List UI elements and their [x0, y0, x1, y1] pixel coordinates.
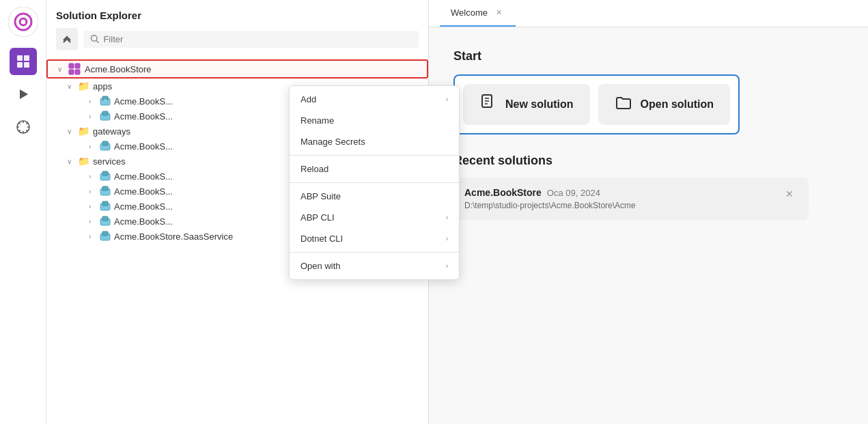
tab-bar: Welcome ✕	[429, 0, 868, 27]
filter-input[interactable]	[103, 34, 412, 44]
recent-name: Acme.BookStore	[464, 187, 542, 198]
chevron: ›	[89, 218, 100, 225]
chevron: ›	[89, 143, 100, 150]
recent-item-0[interactable]: Acme.BookStore Oca 09, 2024 D:\temp\stud…	[453, 178, 809, 220]
chevron: ›	[89, 233, 100, 240]
recent-name-row: Acme.BookStore Oca 09, 2024	[464, 187, 636, 198]
svg-rect-26	[102, 111, 108, 115]
folder-gateways-label: gateways	[93, 126, 130, 137]
svg-rect-30	[102, 171, 108, 175]
ctx-open-with-label: Open with	[300, 261, 341, 271]
main-area: Welcome ✕ Start New solution	[429, 0, 868, 424]
svg-rect-22	[75, 70, 80, 74]
welcome-content: Start New solution	[429, 27, 868, 424]
ctx-dotnet-arrow: ›	[446, 235, 448, 242]
svg-rect-6	[24, 62, 29, 68]
root-chevron: ∨	[57, 66, 68, 73]
svg-rect-28	[102, 141, 108, 145]
ctx-add-arrow: ›	[446, 96, 448, 103]
svg-rect-20	[75, 63, 80, 68]
activity-bar	[0, 0, 46, 424]
pkg-icon	[100, 201, 111, 212]
ctx-open-with[interactable]: Open with ›	[290, 255, 459, 277]
svg-rect-4	[24, 55, 29, 61]
new-solution-label: New solution	[505, 98, 574, 111]
ctx-abp-suite-label: ABP Suite	[300, 191, 341, 201]
pkg-icon	[100, 111, 111, 122]
pkg-icon	[100, 231, 111, 242]
ctx-reload[interactable]: Reload	[290, 158, 459, 180]
tab-close-button[interactable]: ✕	[493, 7, 505, 18]
svg-rect-36	[102, 216, 108, 221]
chevron: ›	[89, 113, 100, 120]
ctx-manage-label: Manage Secrets	[300, 137, 365, 147]
svg-line-18	[96, 40, 98, 42]
root-label: Acme.BookStore	[85, 64, 152, 74]
ctx-sep-3	[290, 252, 459, 253]
svg-line-14	[26, 130, 27, 131]
svg-line-16	[18, 130, 20, 131]
item-label: Acme.BookStore.SaasService	[114, 231, 233, 242]
open-solution-icon	[615, 94, 632, 115]
ctx-add[interactable]: Add ›	[290, 89, 459, 110]
collapse-button[interactable]	[56, 28, 78, 50]
item-label: Acme.BookS...	[114, 141, 173, 152]
open-solution-button[interactable]: Open solution	[598, 84, 731, 125]
new-solution-button[interactable]: New solution	[463, 84, 590, 125]
solution-icon	[68, 63, 81, 75]
folder-icon: 📁	[78, 156, 89, 167]
item-label: Acme.BookS...	[114, 96, 173, 107]
item-label: Acme.BookS...	[114, 111, 173, 122]
services-chevron: ∨	[67, 158, 78, 165]
svg-rect-21	[69, 70, 74, 74]
ctx-sep-1	[290, 155, 459, 156]
svg-rect-3	[17, 55, 23, 61]
ctx-dotnet-cli[interactable]: Dotnet CLI ›	[290, 228, 459, 249]
svg-rect-38	[102, 231, 108, 236]
svg-point-17	[91, 36, 97, 42]
recent-title: Recent solutions	[453, 154, 843, 168]
ctx-abp-suite[interactable]: ABP Suite	[290, 186, 459, 207]
ctx-rename[interactable]: Rename	[290, 110, 459, 131]
svg-rect-34	[102, 201, 108, 206]
item-label: Acme.BookS...	[114, 216, 173, 227]
root-node[interactable]: ∨ Acme.BookStore	[46, 59, 428, 79]
context-menu: Add › Rename Manage Secrets Reload ABP S…	[289, 85, 460, 280]
chevron: ›	[89, 173, 100, 180]
search-icon	[90, 34, 99, 44]
item-label: Acme.BookS...	[114, 186, 173, 197]
svg-marker-7	[20, 89, 28, 99]
svg-line-15	[26, 123, 27, 124]
recent-path: D:\temp\studio-projects\Acme.BookStore\A…	[464, 201, 636, 210]
svg-rect-32	[102, 186, 108, 190]
kubernetes-activity-icon[interactable]	[10, 113, 37, 141]
svg-line-13	[18, 123, 20, 124]
ctx-rename-label: Rename	[300, 115, 334, 126]
svg-rect-5	[17, 62, 23, 68]
start-title: Start	[453, 49, 843, 63]
app-logo	[8, 7, 38, 37]
action-buttons-group: New solution Open solution	[453, 74, 740, 135]
explorer-activity-icon[interactable]	[10, 48, 37, 75]
svg-point-0	[8, 7, 38, 37]
item-label: Acme.BookS...	[114, 171, 173, 182]
new-solution-icon	[479, 94, 497, 115]
chevron: ›	[89, 98, 100, 105]
ctx-add-label: Add	[300, 94, 316, 104]
pkg-icon	[100, 216, 111, 227]
welcome-tab[interactable]: Welcome ✕	[440, 0, 516, 27]
gateways-chevron: ∨	[67, 128, 78, 135]
ctx-dotnet-label: Dotnet CLI	[300, 234, 343, 244]
ctx-abp-cli-arrow: ›	[446, 214, 448, 221]
ctx-manage-secrets[interactable]: Manage Secrets	[290, 131, 459, 152]
welcome-tab-label: Welcome	[451, 8, 488, 18]
ctx-abp-cli[interactable]: ABP CLI ›	[290, 207, 459, 228]
recent-date: Oca 09, 2024	[547, 188, 600, 198]
run-activity-icon[interactable]	[10, 81, 37, 108]
item-label: Acme.BookS...	[114, 201, 173, 212]
ctx-sep-2	[290, 182, 459, 183]
pkg-icon	[100, 171, 111, 182]
open-solution-label: Open solution	[641, 98, 714, 111]
chevron: ›	[89, 203, 100, 210]
recent-close-button[interactable]: ✕	[781, 187, 798, 201]
